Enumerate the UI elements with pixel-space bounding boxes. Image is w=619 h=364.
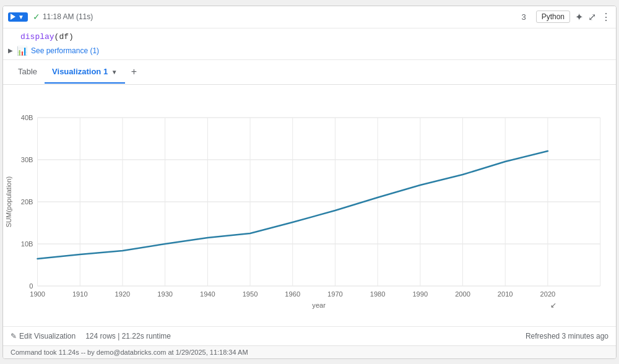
svg-text:1930: 1930 (157, 290, 173, 298)
tab-visualization[interactable]: Visualization 1 ▼ (45, 61, 125, 84)
tabs-bar: Table Visualization 1 ▼ + (3, 60, 616, 85)
svg-text:1950: 1950 (243, 290, 258, 298)
svg-text:SUM(population): SUM(population) (5, 176, 12, 227)
svg-text:20B: 20B (21, 198, 33, 206)
svg-text:1940: 1940 (200, 290, 215, 298)
code-line: display(df) (3, 28, 616, 44)
run-arrow-icon (11, 14, 15, 20)
cell-number: 3 (521, 12, 526, 22)
cell-footer: ✎ Edit Visualization 124 rows | 21.22s r… (3, 326, 616, 345)
svg-text:2020: 2020 (540, 290, 556, 298)
tab-table[interactable]: Table (11, 61, 45, 84)
svg-text:1970: 1970 (327, 290, 343, 298)
cell-header: ▼ ✓ 11:18 AM (11s) 3 Python ✦ ⤢ ⋮ (3, 6, 616, 28)
edit-visualization-button[interactable]: ✎ Edit Visualization (11, 331, 80, 342)
svg-text:↙: ↙ (550, 301, 556, 310)
expand-icon[interactable]: ⤢ (588, 11, 596, 23)
code-text: display(df) (20, 32, 74, 41)
svg-text:1980: 1980 (370, 290, 386, 298)
cell-status: ✓ 11:18 AM (11s) (33, 12, 93, 22)
svg-text:2000: 2000 (455, 290, 470, 298)
footer-refresh: Refreshed 3 minutes ago (526, 332, 608, 340)
svg-text:40B: 40B (21, 114, 33, 121)
header-icons: ✦ ⤢ ⋮ (575, 11, 611, 23)
run-button[interactable]: ▼ (8, 12, 28, 22)
svg-text:1910: 1910 (72, 290, 88, 298)
chart-area: 0 10B 20B 30B 40B SUM(population) 1900 1… (3, 85, 616, 326)
performance-line[interactable]: ▶ 📊 See performance (1) (3, 44, 616, 60)
svg-text:0: 0 (29, 282, 33, 290)
chart-bar-icon: 📊 (17, 46, 27, 56)
command-bar: Command took 11.24s -- by demo@databrick… (3, 345, 616, 358)
svg-text:30B: 30B (21, 156, 33, 163)
svg-text:10B: 10B (21, 240, 33, 248)
chart-svg: 0 10B 20B 30B 40B SUM(population) 1900 1… (3, 85, 616, 326)
command-text: Command took 11.24s -- by demo@databrick… (11, 349, 248, 356)
perf-arrow-icon: ▶ (8, 47, 13, 54)
svg-text:1900: 1900 (30, 290, 45, 298)
run-time-label: 11:18 AM (11s) (43, 12, 93, 21)
tab-add-button[interactable]: + (125, 62, 143, 82)
check-icon: ✓ (33, 12, 40, 22)
run-dropdown-icon[interactable]: ▼ (17, 14, 25, 20)
sparkle-icon[interactable]: ✦ (575, 11, 583, 23)
tab-dropdown-icon[interactable]: ▼ (111, 69, 118, 76)
svg-text:year: year (312, 301, 326, 309)
performance-label: See performance (1) (31, 46, 99, 55)
footer-stats: 124 rows | 21.22s runtime (85, 332, 171, 340)
svg-text:2010: 2010 (498, 290, 513, 298)
svg-text:1960: 1960 (285, 290, 300, 298)
pencil-icon: ✎ (11, 332, 17, 340)
svg-text:1990: 1990 (412, 290, 428, 298)
language-badge: Python (536, 11, 570, 23)
more-options-icon[interactable]: ⋮ (601, 11, 611, 23)
notebook-cell: ▼ ✓ 11:18 AM (11s) 3 Python ✦ ⤢ ⋮ displa… (2, 6, 617, 359)
svg-text:1920: 1920 (115, 290, 131, 298)
